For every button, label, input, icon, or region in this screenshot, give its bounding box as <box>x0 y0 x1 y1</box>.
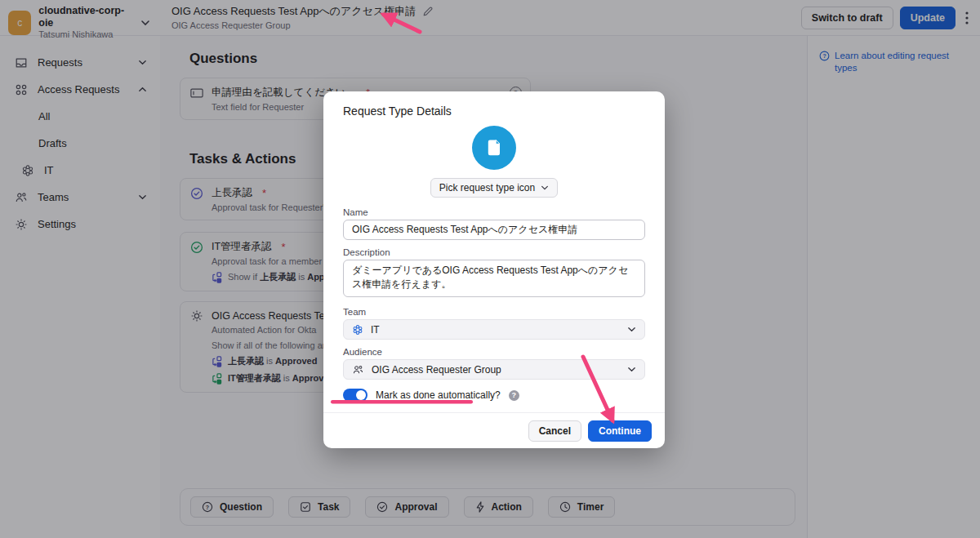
mark-done-label: Mark as done automatically? <box>376 389 501 401</box>
chevron-down-icon <box>541 184 549 192</box>
audience-selected-value: OIG Access Requester Group <box>372 364 501 376</box>
team-label: Team <box>343 307 645 317</box>
toggle-knob <box>356 390 366 400</box>
modal-footer: Cancel Continue <box>323 412 665 448</box>
team-select[interactable]: IT <box>343 319 645 340</box>
mark-done-toggle-row: Mark as done automatically? ? <box>343 389 645 402</box>
pick-icon-label: Pick request type icon <box>439 182 535 193</box>
document-icon <box>484 138 504 158</box>
audience-label: Audience <box>343 347 645 357</box>
team-flower-icon <box>352 324 363 336</box>
description-label: Description <box>343 247 645 257</box>
team-selected-value: IT <box>371 324 380 336</box>
cancel-button[interactable]: Cancel <box>528 420 581 442</box>
app-root: { "colors": { "accent_blue": "#1662dd", … <box>0 0 980 538</box>
chevron-down-icon <box>627 365 636 374</box>
continue-button[interactable]: Continue <box>588 420 652 442</box>
help-circle-icon[interactable]: ? <box>509 390 519 401</box>
chevron-down-icon <box>627 325 636 334</box>
description-input[interactable]: ダミーアプリであるOIG Access Requests Test Appへのア… <box>343 260 645 297</box>
request-type-icon-circle <box>472 126 516 170</box>
people-icon <box>352 364 364 376</box>
request-type-details-modal: Request Type Details Pick request type i… <box>323 91 665 448</box>
modal-title: Request Type Details <box>343 104 645 118</box>
pick-request-type-icon-button[interactable]: Pick request type icon <box>430 178 558 198</box>
name-label: Name <box>343 207 645 217</box>
audience-select[interactable]: OIG Access Requester Group <box>343 359 645 380</box>
mark-done-toggle[interactable] <box>343 389 368 402</box>
name-input[interactable] <box>343 220 645 240</box>
